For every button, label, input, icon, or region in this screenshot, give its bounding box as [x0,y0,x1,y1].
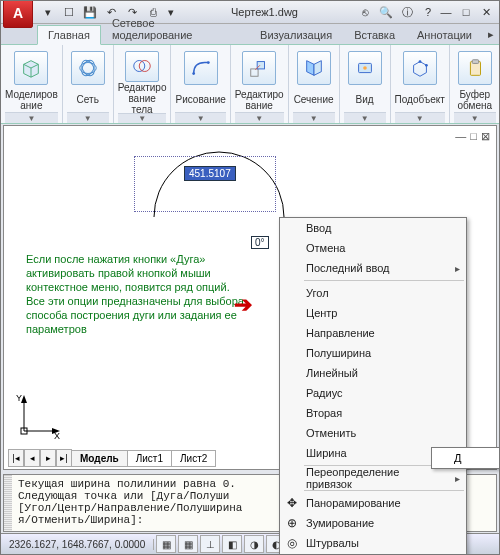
svg-rect-12 [257,62,264,69]
context-menu-item[interactable]: ◎Штурвалы [280,533,466,553]
panel-expand-icon[interactable]: ▼ [67,112,109,123]
svg-point-18 [418,60,421,63]
panel-expand-icon[interactable]: ▼ [293,112,335,123]
tab-annotate[interactable]: Аннотации [406,25,483,44]
panel-expand-icon[interactable]: ▼ [235,112,284,123]
app-menu-button[interactable]: A [3,0,33,28]
dynamic-input-distance[interactable]: 451.5107 [184,166,236,181]
maximize-button[interactable]: □ [457,3,475,21]
modify-icon[interactable] [242,51,276,85]
clipboard-icon[interactable] [458,51,492,85]
tab-nav-prev[interactable]: ◂ [24,449,40,467]
layout-tab-model[interactable]: Модель [71,450,128,467]
tab-nav-last[interactable]: ▸| [56,449,72,467]
svg-point-9 [192,72,195,75]
panel-label: Подобъект [395,89,445,111]
svg-marker-17 [413,62,426,77]
doc-max-icon[interactable]: □ [470,130,477,143]
mesh-icon[interactable] [71,51,105,85]
status-ortho-icon[interactable]: ⊥ [200,535,220,553]
status-snap-icon[interactable]: ▦ [156,535,176,553]
context-menu-item[interactable]: ⊕Зумирование [280,513,466,533]
view-icon[interactable] [348,51,382,85]
context-menu-item[interactable]: ✥Панорамирование [280,493,466,513]
context-menu-item[interactable]: Направление [280,323,466,343]
context-menu-item[interactable]: Центр [280,303,466,323]
tab-nav-first[interactable]: |◂ [8,449,24,467]
panel-label: Редактиро вание [235,89,284,111]
menu-label: Ввод [306,222,331,234]
panel-label: Рисование [175,89,225,111]
context-menu: ВводОтменаПоследний вводУголЦентрНаправл… [279,217,467,555]
qat-open-icon[interactable]: ☐ [60,3,78,21]
panel-solidedit: Редактиро вание тела ▼ [114,45,172,123]
layout-tabs: |◂ ◂ ▸ ▸| Модель Лист1 Лист2 [8,449,216,467]
context-menu-item[interactable]: Радиус [280,383,466,403]
context-menu-item[interactable]: Переопределение привязок [280,468,466,488]
minimize-button[interactable]: — [437,3,455,21]
menu-label: Угол [306,287,329,299]
subobject-icon[interactable] [403,51,437,85]
doc-min-icon[interactable]: — [455,130,466,143]
menu-label: Линейный [306,367,358,379]
ucs-icon: YX [14,391,64,441]
menu-label: Полуширина [306,347,371,359]
tab-insert[interactable]: Вставка [343,25,406,44]
context-menu-item[interactable]: Линейный [280,363,466,383]
box-icon[interactable] [14,51,48,85]
context-menu-item[interactable]: Отменить [280,423,466,443]
menu-label: Направление [306,327,375,339]
tab-home[interactable]: Главная [37,25,101,45]
context-menu-item[interactable]: Последний ввод [280,258,466,278]
express-icon[interactable]: ⎋ [356,3,374,21]
menu-label: Вторая [306,407,342,419]
panel-expand-icon[interactable]: ▼ [118,113,167,123]
annotation-text: Если после нажатия кнопки «Дуга» активир… [26,252,246,336]
separator [304,490,464,491]
context-menu-item[interactable]: Полуширина [280,343,466,363]
doc-close-icon[interactable]: ⊠ [481,130,490,143]
menu-label: Зумирование [306,517,374,529]
svg-point-19 [425,64,428,67]
svg-marker-13 [306,61,313,76]
search-icon[interactable]: 🔍 [377,3,395,21]
qat-save-icon[interactable]: 💾 [81,3,99,21]
layout-tab-sheet2[interactable]: Лист2 [171,450,216,467]
status-polar-icon[interactable]: ◧ [222,535,242,553]
panel-expand-icon[interactable]: ▼ [175,112,225,123]
title-bar: A ▾ ☐ 💾 ↶ ↷ ⎙ ▾ Чертеж1.dwg ⎋ 🔍 ⓘ ? — □ … [1,1,499,24]
close-button[interactable]: ✕ [477,3,495,21]
dynamic-input-angle[interactable]: 0° [251,236,269,249]
status-osnap-icon[interactable]: ◑ [244,535,264,553]
context-menu-item[interactable]: Угол [280,283,466,303]
menu-label: Отмена [306,242,345,254]
qat-new-icon[interactable]: ▾ [39,3,57,21]
panel-label: Сеть [77,89,99,111]
layout-tab-sheet1[interactable]: Лист1 [127,450,172,467]
help-icon[interactable]: ? [419,3,437,21]
draw-icon[interactable] [184,51,218,85]
svg-point-16 [363,66,367,70]
panel-expand-icon[interactable]: ▼ [5,112,58,123]
ribbon: Моделиров ание ▼ Сеть ▼ Редактиро вание … [1,44,499,124]
tab-visual[interactable]: Визуализация [249,25,343,44]
panel-expand-icon[interactable]: ▼ [395,112,445,123]
solidedit-icon[interactable] [125,51,159,82]
context-menu-item[interactable]: Ввод [280,218,466,238]
tab-more-icon[interactable]: ▸ [483,24,499,44]
context-menu-item[interactable]: Отмена [280,238,466,258]
info-icon[interactable]: ⓘ [398,3,416,21]
menu-icon: ✥ [284,495,300,511]
context-menu-item[interactable]: Вторая [280,403,466,423]
cmd-grip-icon[interactable] [4,475,12,531]
panel-expand-icon[interactable]: ▼ [454,112,496,123]
status-grid-icon[interactable]: ▦ [178,535,198,553]
status-coords[interactable]: 2326.1627, 1648.7667, 0.0000 [1,539,154,550]
section-icon[interactable] [297,51,331,85]
svg-point-6 [79,58,97,78]
submenu-flyout[interactable]: Д [431,447,500,469]
tab-mesh[interactable]: Сетевое моделирование [101,13,249,44]
menu-label: Панорамирование [306,497,401,509]
tab-nav-next[interactable]: ▸ [40,449,56,467]
panel-expand-icon[interactable]: ▼ [344,112,386,123]
